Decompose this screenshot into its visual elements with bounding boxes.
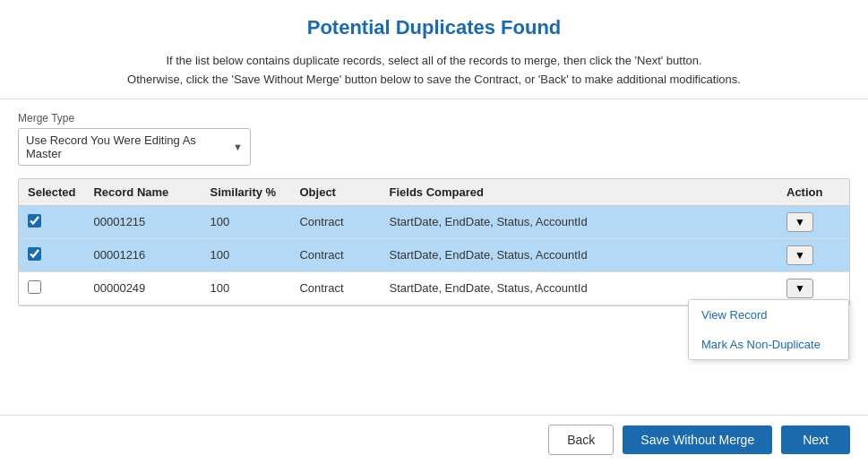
col-header-object: Object <box>290 179 380 206</box>
page-container: Potential Duplicates Found If the list b… <box>0 0 868 464</box>
merge-type-select[interactable]: Use Record You Were Editing As Master ▼ <box>18 128 251 166</box>
col-header-action: Action <box>778 179 849 206</box>
main-content: Merge Type Use Record You Were Editing A… <box>0 99 868 415</box>
row1-checkbox[interactable] <box>28 214 41 228</box>
row2-record-name: 00001216 <box>84 238 201 271</box>
row3-object: Contract <box>290 271 380 305</box>
row3-action-button[interactable]: ▼ <box>786 279 813 298</box>
save-without-merge-button[interactable]: Save Without Merge <box>623 425 772 454</box>
table-row: 00000249 100 Contract StartDate, EndDate… <box>19 271 849 305</box>
table-header-row: Selected Record Name Similarity % Object… <box>19 179 849 206</box>
merge-type-label: Merge Type <box>18 112 850 125</box>
row2-action-cell: ▼ <box>778 238 849 271</box>
row3-record-name: 00000249 <box>84 271 201 305</box>
table-row: 00001216 100 Contract StartDate, EndDate… <box>19 238 849 271</box>
next-button[interactable]: Next <box>781 425 850 454</box>
dropdown-item-mark-non-duplicate[interactable]: Mark As Non-Duplicate <box>689 330 848 359</box>
col-header-record-name: Record Name <box>84 179 201 206</box>
row2-selected-cell <box>19 238 84 271</box>
chevron-down-icon: ▼ <box>233 142 243 152</box>
row2-checkbox[interactable] <box>28 247 41 261</box>
row1-similarity: 100 <box>201 205 290 238</box>
description-text: If the list below contains duplicate rec… <box>18 52 850 90</box>
row1-record-name: 00001215 <box>84 205 201 238</box>
dropdown-item-view-record[interactable]: View Record <box>689 300 848 330</box>
row1-action-button[interactable]: ▼ <box>786 212 813 232</box>
description-line1: If the list below contains duplicate rec… <box>18 52 850 71</box>
merge-type-value: Use Record You Were Editing As Master <box>26 133 233 160</box>
row3-similarity: 100 <box>201 271 290 305</box>
duplicates-table-wrapper: Selected Record Name Similarity % Object… <box>18 178 850 306</box>
row3-action-cell: ▼ View Record Mark As Non-Duplicate <box>778 271 849 305</box>
table-row: 00001215 100 Contract StartDate, EndDate… <box>19 205 849 238</box>
description-line2: Otherwise, click the 'Save Without Merge… <box>18 71 850 90</box>
row3-checkbox[interactable] <box>28 280 41 294</box>
duplicates-table: Selected Record Name Similarity % Object… <box>19 179 849 305</box>
row1-action-cell: ▼ <box>778 205 849 238</box>
footer-section: Back Save Without Merge Next <box>0 415 868 464</box>
row2-object: Contract <box>290 238 380 271</box>
action-dropdown-menu: View Record Mark As Non-Duplicate <box>688 299 849 360</box>
back-button[interactable]: Back <box>548 425 614 455</box>
page-title: Potential Duplicates Found <box>18 16 850 39</box>
col-header-fields: Fields Compared <box>380 179 778 206</box>
row3-selected-cell <box>19 271 84 305</box>
header-section: Potential Duplicates Found If the list b… <box>0 0 868 99</box>
row1-selected-cell <box>19 205 84 238</box>
col-header-similarity: Similarity % <box>201 179 290 206</box>
row2-similarity: 100 <box>201 238 290 271</box>
row1-object: Contract <box>290 205 380 238</box>
col-header-selected: Selected <box>19 179 84 206</box>
row2-fields: StartDate, EndDate, Status, AccountId <box>380 238 778 271</box>
row2-action-button[interactable]: ▼ <box>786 245 813 265</box>
row1-fields: StartDate, EndDate, Status, AccountId <box>380 205 778 238</box>
